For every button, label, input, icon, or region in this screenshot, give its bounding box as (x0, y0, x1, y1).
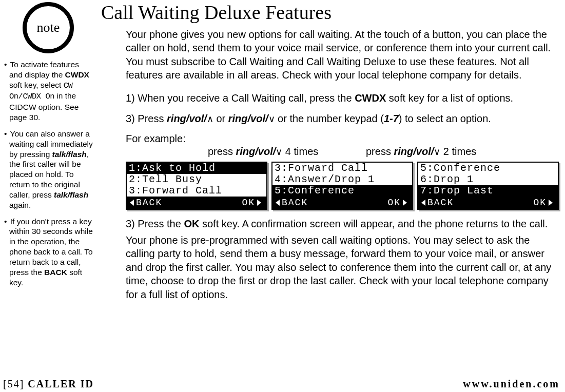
note-badge: note (23, 2, 74, 53)
page-number: [54] (3, 378, 24, 389)
lcd-screen-3: 5:Conference 6:Drop 1 7:Drop Last BACK O… (417, 162, 559, 210)
lcd-screens-row: 1:Ask to Hold 2:Tell Busy 3:Forward Call… (126, 162, 560, 210)
lcd-line: 4:Answer/Drop 1 (272, 174, 412, 185)
soft-key-ok: OK (533, 198, 553, 208)
page-footer: [54] CALLER ID www.uniden.com (0, 378, 565, 390)
lcd-line: 5:Conference (272, 185, 412, 197)
side-note-3: If you don't press a key within 30 secon… (4, 217, 94, 288)
side-note-1: To activate features and display the CWD… (4, 60, 94, 123)
page-title: Call Waiting Deluxe Features (101, 1, 560, 24)
step-3: 3) Press the OK soft key. A confirmation… (126, 217, 558, 230)
lcd-line: 2:Tell Busy (127, 174, 266, 185)
footer-url: www.uniden.com (463, 378, 560, 390)
note-label: note (23, 2, 74, 53)
outro-paragraph: Your phone is pre-programmed with seven … (126, 233, 558, 301)
soft-key-ok: OK (387, 198, 407, 208)
example-lead: For example: (126, 133, 560, 145)
step-2: 3) Press ring/vol/∧ or ring/vol/∨ or the… (126, 112, 558, 126)
press-labels: press ring/vol/∨ 4 times press ring/vol/… (157, 146, 560, 158)
triangle-right-icon (549, 200, 553, 206)
lcd-line: 7:Drop Last (418, 185, 558, 197)
triangle-right-icon (257, 200, 261, 206)
sidebar-notes: note To activate features and display th… (0, 0, 98, 293)
section-name: CALLER ID (24, 378, 94, 389)
lcd-screen-1: 1:Ask to Hold 2:Tell Busy 3:Forward Call… (126, 162, 267, 210)
triangle-right-icon (403, 200, 407, 206)
soft-key-ok: OK (242, 198, 261, 208)
soft-key-back: BACK (276, 198, 308, 208)
lcd-line: 1:Ask to Hold (127, 163, 266, 174)
side-note-2: You can also answer a waiting call immed… (4, 129, 94, 210)
lcd-line: 5:Conference (418, 163, 558, 174)
lcd-line: 3:Forward Call (127, 185, 266, 197)
step-1: 1) When you receive a Call Waiting call,… (126, 91, 558, 105)
triangle-left-icon (130, 200, 134, 206)
main-content: Call Waiting Deluxe Features Your phone … (100, 0, 560, 310)
triangle-left-icon (276, 200, 280, 206)
soft-key-back: BACK (130, 198, 162, 208)
triangle-left-icon (421, 200, 425, 206)
lcd-line: 3:Forward Call (272, 163, 412, 174)
intro-paragraph: Your phone gives you new options for cal… (126, 28, 558, 82)
lcd-line: 6:Drop 1 (418, 174, 558, 185)
lcd-screen-2: 3:Forward Call 4:Answer/Drop 1 5:Confere… (271, 162, 413, 210)
soft-key-back: BACK (421, 198, 454, 208)
